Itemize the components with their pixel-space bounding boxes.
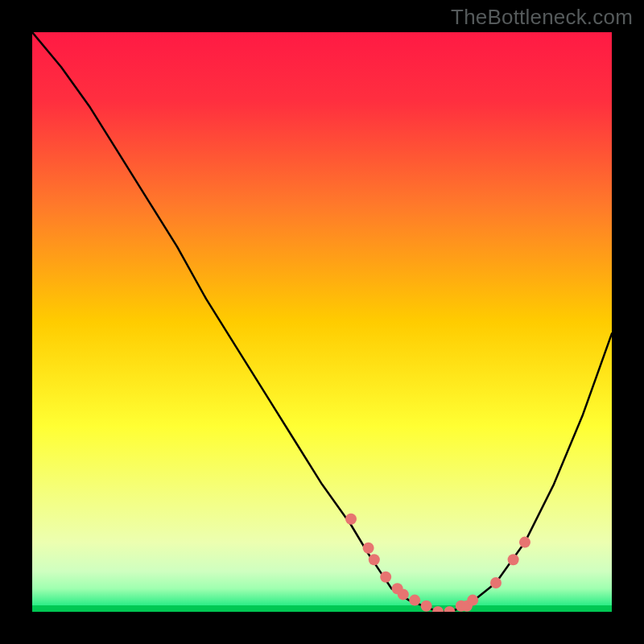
data-point: [345, 514, 357, 525]
gradient-background: [32, 32, 612, 612]
data-point: [519, 537, 530, 548]
watermark-label: TheBottleneck.com: [451, 5, 633, 30]
plot-area: [32, 32, 612, 612]
data-point: [363, 543, 374, 554]
data-point: [409, 595, 420, 606]
data-point: [467, 595, 478, 606]
baseline-band: [32, 605, 612, 612]
chart-svg: [32, 32, 612, 612]
data-point: [398, 588, 409, 600]
data-point: [380, 572, 391, 583]
data-point: [508, 554, 519, 565]
chart-frame: TheBottleneck.com: [0, 0, 644, 644]
data-point: [421, 601, 432, 612]
data-point: [369, 554, 380, 565]
data-point: [490, 577, 502, 588]
